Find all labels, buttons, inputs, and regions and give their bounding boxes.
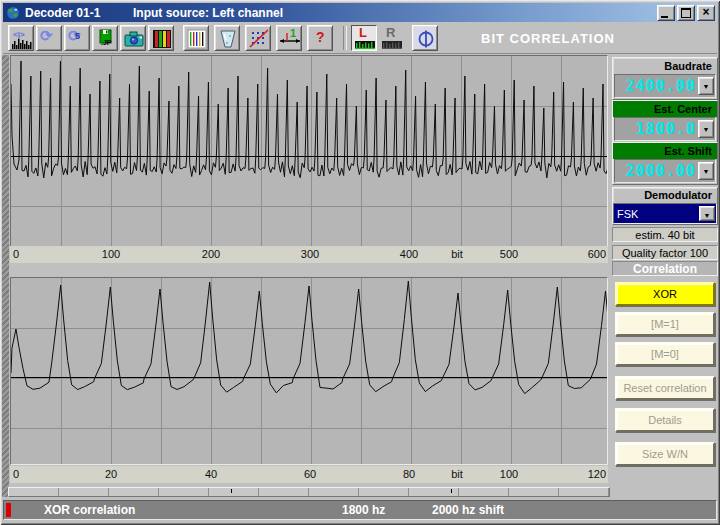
- grid-off-button[interactable]: [245, 25, 271, 51]
- app-globe-icon[interactable]: [6, 6, 20, 20]
- demodulator-label: Demodulator: [613, 188, 717, 203]
- baudrate-group: Baudrate 2400.00 ▼: [612, 57, 718, 100]
- page-title: BIT CORRELATION: [465, 31, 631, 46]
- est-shift-value: 2000.00: [615, 162, 698, 180]
- toolbar-separator: [343, 26, 347, 50]
- bitstream-plot-canvas: [11, 56, 607, 246]
- axis-tick-label: 120: [588, 468, 606, 480]
- status-mode: XOR correlation: [44, 503, 135, 517]
- right-channel-spectrum-icon: [381, 41, 403, 49]
- bitstream-x-axis: 0 100 200 300 400 bit 500 600: [10, 246, 608, 263]
- help-button[interactable]: ?: [307, 25, 333, 51]
- est-shift-dropdown-button[interactable]: ▼: [698, 162, 714, 180]
- jp-label: .JP: [101, 39, 112, 46]
- baudrate-value: 2400.00: [615, 77, 698, 95]
- axis-unit-label: bit: [451, 248, 463, 260]
- baudrate-label: Baudrate: [613, 58, 717, 74]
- status-center-freq: 1800 hz: [342, 503, 385, 517]
- est-center-label: Est. Center: [613, 101, 717, 117]
- axis-tick-label: 100: [102, 248, 120, 260]
- ruler-tick: [231, 489, 232, 493]
- status-led: [6, 503, 11, 517]
- axis-unit-label: bit: [451, 468, 463, 480]
- svg-text:<|>: <|>: [13, 30, 25, 39]
- xor-button[interactable]: XOR: [615, 282, 715, 306]
- ruler-tick: [451, 489, 452, 493]
- snapshot-button[interactable]: [120, 25, 146, 51]
- right-channel-icon: R: [386, 25, 395, 40]
- help-icon: ?: [316, 29, 325, 45]
- reset-correlation-button[interactable]: Reset correlation: [615, 376, 715, 400]
- grid-off-icon: [248, 28, 270, 50]
- axis-tick-label: 0: [13, 468, 19, 480]
- axis-tick-label: 80: [403, 468, 415, 480]
- est-center-dropdown-button[interactable]: ▼: [698, 120, 714, 138]
- est-shift-display: 2000.00 ▼: [614, 159, 716, 183]
- rainbow-lines-icon: [186, 28, 208, 50]
- baudrate-dropdown-button[interactable]: ▼: [698, 77, 714, 95]
- phase-button[interactable]: [412, 25, 438, 51]
- demodulator-select[interactable]: FSK ▼: [613, 203, 717, 224]
- axis-tick-label: 40: [205, 468, 217, 480]
- toolbar: <|> ⟳ ⟳ 5 .JP: [3, 23, 717, 54]
- demodulator-value: FSK: [614, 208, 699, 220]
- refresh-button[interactable]: ⟳: [36, 25, 62, 51]
- glass-icon: [217, 28, 239, 50]
- maximize-button[interactable]: [677, 5, 695, 21]
- axis-tick-label: 100: [500, 468, 518, 480]
- spectrum-view-button[interactable]: <|>: [8, 25, 34, 51]
- color-bars-button[interactable]: [148, 25, 174, 51]
- quality-factor-box: Quality factor 100: [612, 245, 718, 260]
- minimize-icon: [661, 16, 668, 18]
- est-center-display: 1800.0 ▼: [614, 117, 716, 141]
- correlation-header: Correlation: [612, 261, 718, 276]
- spectrum-icon: <|>: [11, 28, 33, 50]
- axis-tick-label: 60: [304, 468, 316, 480]
- details-button[interactable]: Details: [615, 408, 715, 432]
- input-source-label: Input source: Left channel: [133, 6, 283, 20]
- minimize-button[interactable]: [657, 5, 675, 21]
- axis-tick-label: 300: [301, 248, 319, 260]
- save-jp-button[interactable]: .JP: [92, 25, 118, 51]
- axis-marker-digit: 1: [290, 27, 296, 39]
- correlation-plot-canvas: [11, 278, 607, 464]
- close-button[interactable]: ×: [697, 5, 715, 21]
- correlation-x-axis: 0 20 40 60 80 bit 100 120: [10, 466, 608, 483]
- est-center-value: 1800.0: [615, 120, 698, 138]
- correlation-chart: [10, 277, 608, 465]
- m0-button[interactable]: [M=0]: [615, 342, 715, 366]
- m1-button[interactable]: [M=1]: [615, 312, 715, 336]
- right-channel-button[interactable]: R: [378, 25, 404, 51]
- demodulator-group: Demodulator FSK ▼: [612, 187, 718, 225]
- segment-ruler: [8, 487, 610, 497]
- est-center-group: Est. Center 1800.0 ▼: [612, 100, 718, 143]
- baudrate-display: 2400.00 ▼: [614, 74, 716, 98]
- refresh-5-digit: 5: [75, 31, 80, 41]
- bitstream-chart: [10, 55, 608, 247]
- estimated-bits-box: estim. 40 bit: [612, 227, 718, 242]
- refresh-icon: ⟳: [40, 27, 53, 45]
- axis-tick-label: 600: [588, 248, 606, 260]
- status-bar: XOR correlation 1800 hz 2000 hz shift: [3, 500, 717, 520]
- left-channel-icon: L: [359, 25, 367, 40]
- axis-tick-label: 20: [105, 468, 117, 480]
- glass-button[interactable]: [214, 25, 240, 51]
- left-channel-spectrum-icon: [354, 41, 376, 49]
- window-title: Decoder 01-1: [25, 6, 100, 20]
- title-bar: Decoder 01-1 Input source: Left channel …: [3, 3, 717, 22]
- rainbow-lines-button[interactable]: [183, 25, 209, 51]
- size-wn-button[interactable]: Size W/N: [615, 442, 715, 466]
- axis-tick-label: 400: [400, 248, 418, 260]
- axis-tick-label: 200: [202, 248, 220, 260]
- refresh-5-button[interactable]: ⟳ 5: [64, 25, 90, 51]
- decoder-window: Decoder 01-1 Input source: Left channel …: [0, 0, 720, 525]
- left-channel-button[interactable]: L: [351, 25, 377, 51]
- phase-icon: [415, 28, 437, 50]
- axis-marker-button[interactable]: 1: [276, 25, 302, 51]
- demodulator-dropdown-button[interactable]: ▼: [699, 206, 715, 221]
- close-icon: ×: [698, 5, 714, 19]
- camera-icon: [123, 28, 145, 50]
- est-shift-group: Est. Shift 2000.00 ▼: [612, 142, 718, 185]
- axis-tick-label: 0: [13, 248, 19, 260]
- axis-tick-label: 500: [500, 248, 518, 260]
